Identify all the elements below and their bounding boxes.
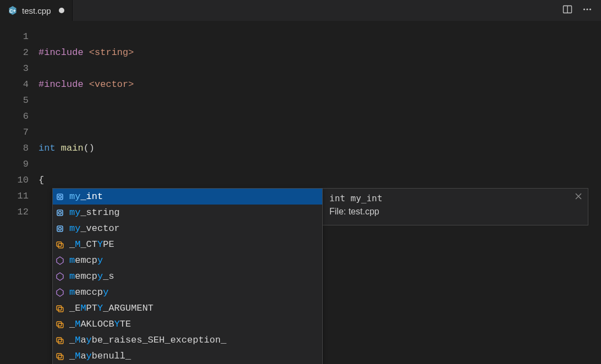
more-actions-icon[interactable] xyxy=(582,4,592,17)
suggestion-label: _M_CTYPE xyxy=(69,239,114,250)
title-bar: C+ test.cpp xyxy=(0,0,601,21)
svg-rect-15 xyxy=(58,307,63,312)
doc-signature: int my_int xyxy=(329,193,581,203)
svg-rect-18 xyxy=(57,338,62,342)
line-number: 10 xyxy=(0,172,38,188)
svg-rect-10 xyxy=(57,226,63,231)
line-number-gutter: 1 2 3 4 5 6 7 8 9 10 11 12 xyxy=(0,21,38,364)
svg-rect-14 xyxy=(57,306,62,310)
intellisense-popup[interactable]: my_intmy_stringmy_vector_M_CTYPEmemcpyme… xyxy=(52,188,323,364)
suggestion-label: _EMPTY_ARGUMENT xyxy=(69,303,153,313)
suggestion-item[interactable]: _Maybe_raises_SEH_exception_ xyxy=(53,332,322,348)
line-number: 5 xyxy=(0,92,38,108)
suggestion-label: memcpy_s xyxy=(69,271,114,282)
suggestion-label: memcpy xyxy=(69,255,103,266)
suggestion-label: my_vector xyxy=(69,223,120,234)
method-icon xyxy=(55,288,65,297)
svg-point-3 xyxy=(583,8,585,10)
suggestion-item[interactable]: _Maybenull_ xyxy=(53,348,322,364)
suggestion-label: memccpy xyxy=(69,287,108,297)
line-number: 4 xyxy=(0,76,38,92)
intellisense-documentation: int my_int File: test.cpp xyxy=(322,188,588,225)
suggestion-item[interactable]: _EMPTY_ARGUMENT xyxy=(53,300,322,316)
svg-rect-17 xyxy=(58,323,63,328)
line-number: 12 xyxy=(0,204,38,220)
suggestion-item[interactable]: my_vector xyxy=(53,220,322,236)
svg-rect-16 xyxy=(57,322,62,326)
svg-rect-8 xyxy=(57,210,63,216)
suggestion-item[interactable]: memcpy_s xyxy=(53,268,322,284)
dirty-indicator-icon xyxy=(59,8,64,13)
title-actions xyxy=(563,0,601,21)
enum-icon xyxy=(55,304,65,313)
cpp-file-icon: C+ xyxy=(8,5,18,15)
svg-rect-21 xyxy=(58,355,63,360)
enum-icon xyxy=(55,319,65,329)
suggestion-item[interactable]: memcpy xyxy=(53,252,322,268)
code-line: #include <string> xyxy=(38,45,291,60)
suggestion-label: my_int xyxy=(69,191,103,202)
code-line: int main() xyxy=(38,140,291,156)
editor-area[interactable]: 1 2 3 4 5 6 7 8 9 10 11 12 #include <str… xyxy=(0,21,601,364)
suggestion-label: _Maybenull_ xyxy=(69,351,131,361)
enum-icon xyxy=(55,240,65,250)
svg-rect-6 xyxy=(57,194,63,200)
line-number: 8 xyxy=(0,140,38,156)
svg-point-9 xyxy=(59,211,62,214)
code-line xyxy=(38,108,291,124)
svg-rect-13 xyxy=(58,244,63,248)
line-number: 1 xyxy=(0,29,38,45)
svg-point-7 xyxy=(59,195,62,198)
svg-text:C+: C+ xyxy=(9,8,16,14)
suggestion-item[interactable]: memccpy xyxy=(53,284,322,300)
suggestion-label: my_string xyxy=(69,207,120,218)
split-editor-icon[interactable] xyxy=(563,4,572,17)
line-number: 9 xyxy=(0,156,38,172)
suggestion-item[interactable]: my_string xyxy=(53,205,322,220)
tab-filename: test.cpp xyxy=(22,6,51,15)
close-icon[interactable] xyxy=(575,192,582,203)
variable-icon xyxy=(55,208,65,218)
variable-icon xyxy=(55,224,65,234)
suggestion-item[interactable]: _M_CTYPE xyxy=(53,236,322,252)
suggestion-item[interactable]: _MAKLOCBYTE xyxy=(53,316,322,332)
code-line: { xyxy=(38,172,291,188)
method-icon xyxy=(55,272,65,282)
line-number: 7 xyxy=(0,124,38,140)
svg-rect-19 xyxy=(58,339,63,344)
line-number: 6 xyxy=(0,108,38,124)
tab-strip: C+ test.cpp xyxy=(0,0,73,21)
suggestion-label: _MAKLOCBYTE xyxy=(69,319,131,329)
svg-point-5 xyxy=(589,8,591,10)
suggestion-item[interactable]: my_int xyxy=(53,189,322,205)
svg-point-11 xyxy=(59,227,62,230)
variable-icon xyxy=(55,192,65,202)
tab-test-cpp[interactable]: C+ test.cpp xyxy=(0,0,73,21)
line-number: 3 xyxy=(0,60,38,76)
line-number: 11 xyxy=(0,188,38,204)
doc-source: File: test.cpp xyxy=(329,207,581,217)
line-number: 2 xyxy=(0,45,38,60)
code-line: #include <vector> xyxy=(38,76,291,92)
enum-icon xyxy=(55,351,65,361)
svg-point-4 xyxy=(586,8,588,10)
svg-rect-20 xyxy=(57,354,62,358)
enum-icon xyxy=(55,335,65,345)
method-icon xyxy=(55,256,65,266)
svg-rect-12 xyxy=(57,242,62,246)
suggestion-label: _Maybe_raises_SEH_exception_ xyxy=(69,335,227,345)
